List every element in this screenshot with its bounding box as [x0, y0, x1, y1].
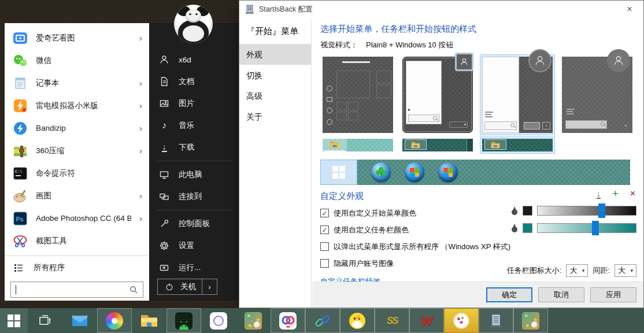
start-app-360zip[interactable]: 360压缩 › [5, 139, 149, 162]
connect-to-item[interactable]: 连接到 [149, 186, 239, 208]
checkbox[interactable]: ✓ [320, 225, 329, 234]
nav-item-about[interactable]: 关于 [239, 106, 311, 127]
start-app-photoshop[interactable]: Ps Adobe Photoshop CC (64 Bit) › [5, 207, 149, 230]
link-app-button[interactable] [305, 308, 340, 333]
notepad-icon [13, 76, 28, 91]
start-button-classic-orb[interactable] [438, 162, 458, 182]
user-item[interactable]: x6d [149, 49, 239, 71]
avatar-frame [455, 53, 473, 71]
run-item[interactable]: 运行... [149, 257, 239, 279]
browser-360-button[interactable] [97, 308, 132, 333]
dialog-title-bar[interactable]: StartIsBack 配置 × [239, 1, 643, 18]
start-search-box[interactable] [10, 282, 143, 298]
pictures-item[interactable]: 图片 [149, 92, 239, 114]
apply-button[interactable]: 应用 [590, 287, 636, 302]
checkbox-xp-style-menu[interactable]: 以弹出式菜单形式显示所有程序 （Windows XP 样式) [320, 241, 636, 252]
start-app-cmd[interactable]: C:\ 命令提示符 [5, 162, 149, 184]
color-tools: ↓ + × [597, 188, 635, 199]
checkbox-label: 使用自定义开始菜单颜色 [334, 208, 416, 219]
android-emulator-button[interactable] [166, 308, 201, 333]
color-swatch-black[interactable] [523, 206, 532, 216]
slider-thumb-1[interactable] [592, 221, 599, 235]
start-app-notepad[interactable]: 记事本 › [5, 72, 149, 94]
slider-thumb-0[interactable] [598, 204, 605, 218]
chick-app-button[interactable] [340, 308, 375, 333]
all-programs-button[interactable]: 所有程序 [5, 258, 149, 277]
add-color-icon[interactable]: + [612, 188, 619, 199]
close-icon[interactable]: × [621, 2, 638, 16]
ok-button[interactable]: 确定 [486, 287, 532, 302]
svg-text:Ps: Ps [16, 215, 24, 222]
shutdown-options-button[interactable]: › [202, 279, 217, 295]
start-button-win10-selected[interactable] [320, 160, 357, 185]
start-button-win7-orb[interactable] [405, 162, 424, 182]
preview-plain10-style[interactable]: › [560, 54, 635, 154]
shamrock-icon [374, 165, 388, 179]
music-item[interactable]: ♪ 音乐 [149, 114, 239, 136]
toybox-tool-2-button[interactable]: ★★★ [513, 308, 548, 333]
start-app-wechat[interactable]: 微信 [5, 49, 149, 72]
documents-item[interactable]: 文档 [149, 71, 239, 92]
brightness-slider[interactable] [537, 223, 636, 233]
taskbar-color-slider-row [511, 223, 636, 233]
menu-header-line [342, 61, 370, 63]
settings-item[interactable]: 设置 [149, 235, 239, 257]
preview-win10-style[interactable] [320, 54, 395, 154]
bandizip-icon [13, 121, 28, 136]
nav-item-switching[interactable]: 切换 [239, 65, 311, 86]
export-color-icon[interactable]: ↓ [597, 189, 601, 199]
visual-style-label: 视觉样式： [320, 40, 358, 50]
preview-plain8-style-selected[interactable]: › [480, 54, 555, 154]
checkbox[interactable] [320, 242, 329, 251]
downloads-item[interactable]: ↓ 下载 [149, 136, 239, 158]
shutdown-button[interactable]: 关机 [157, 279, 202, 295]
tile [348, 112, 358, 120]
arrow-glyph: › [625, 122, 627, 128]
checkbox[interactable]: ✓ [320, 209, 329, 217]
baidu-netdisk-button[interactable] [271, 308, 305, 333]
brightness-slider[interactable] [537, 206, 636, 216]
circle-app-button[interactable] [201, 308, 236, 333]
start-app-iqiyi[interactable]: 爱奇艺看图 › [5, 27, 149, 49]
icon-size-select[interactable]: 大 ▾ [566, 264, 588, 277]
remove-color-icon[interactable]: × [630, 189, 635, 198]
droplet-icon [511, 224, 518, 232]
user-label: x6d [179, 56, 191, 64]
baidu-netdisk-icon [279, 312, 297, 330]
music-icon: ♪ [158, 121, 170, 130]
nav-item-advanced[interactable]: 高级 [239, 86, 311, 106]
start-button[interactable] [0, 308, 28, 333]
startisback-taskbar-button[interactable] [479, 308, 513, 333]
gear-mini-icon [327, 108, 332, 113]
taskbar-size-controls: 任务栏图标大小: 大 ▾ 间距: 大 ▾ [507, 264, 636, 277]
start-app-snipping[interactable]: 截图工具 [5, 230, 149, 252]
ss-app-button[interactable]: SS [375, 308, 409, 333]
w-app-button[interactable]: W [409, 308, 444, 333]
round-badge-icon [454, 314, 468, 328]
panda-belly [183, 25, 204, 42]
text-caret [16, 285, 16, 294]
this-pc-item[interactable]: 此电脑 [149, 164, 239, 186]
toybox-tool-button[interactable]: ★★★ [236, 308, 271, 333]
app-label: Bandizip [36, 124, 131, 132]
start-app-bandizip[interactable]: Bandizip › [5, 117, 149, 139]
user-avatar[interactable] [174, 5, 213, 43]
color-swatch-teal[interactable] [523, 223, 532, 233]
control-panel-item[interactable]: 控制面板 [149, 213, 239, 235]
start-app-paint[interactable]: 画图 › [5, 184, 149, 207]
cancel-button[interactable]: 取消 [538, 287, 584, 302]
start-button-shamrock[interactable] [371, 162, 391, 182]
start-app-ldplayer[interactable]: 雷电模拟器小米版 › [5, 94, 149, 117]
mail-button[interactable] [62, 308, 97, 333]
arrow-glyph: ▸ [408, 107, 410, 112]
spacing-select[interactable]: 大 ▾ [615, 264, 636, 277]
preview-win7-style[interactable]: ▸ ▸ [400, 54, 475, 154]
search-input[interactable] [20, 286, 126, 294]
active-yellow-app-button[interactable] [444, 308, 479, 333]
chevron-right-icon: › [139, 101, 142, 110]
file-explorer-button[interactable] [132, 308, 166, 333]
checkbox[interactable] [320, 259, 329, 268]
list-icon [485, 112, 493, 119]
nav-item-appearance[interactable]: 外观 [239, 44, 311, 65]
task-view-button[interactable] [28, 308, 62, 333]
